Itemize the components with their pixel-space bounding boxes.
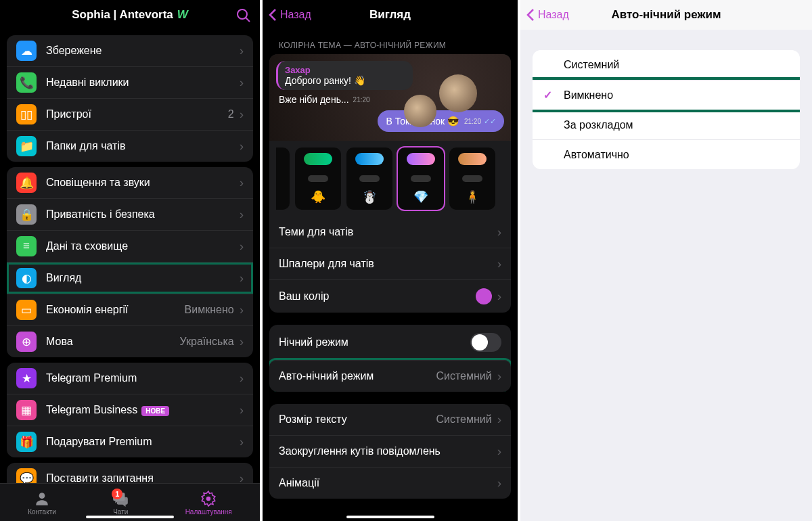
row-label: Подарувати Premium — [46, 436, 240, 448]
chevron-right-icon: › — [240, 239, 244, 254]
options-group: Системний✓ВимкненоЗа розкладомАвтоматичн… — [533, 50, 800, 169]
settings-row[interactable]: ◐Вигляд› — [7, 262, 253, 294]
row-label: Авто-нічний режим — [279, 370, 436, 382]
chevron-left-icon — [526, 8, 535, 22]
night-row[interactable]: Нічний режим — [269, 325, 511, 360]
account-name: Sophia | Antevorta — [72, 8, 173, 22]
text-row[interactable]: Заокруглення кутів повідомлень› — [269, 435, 511, 467]
text-row[interactable]: Анімації› — [269, 467, 511, 499]
chat-preview: Захар Доброго ранку! 👋 Вже ніби день... … — [269, 54, 511, 141]
chevron-right-icon: › — [240, 471, 244, 483]
row-icon: 🔔 — [16, 173, 37, 193]
theme-option[interactable] — [276, 148, 290, 210]
row-label: Нічний режим — [279, 336, 470, 348]
theme-selector: 🐥☃️💎🧍 — [269, 141, 511, 217]
row-label: Економія енергії — [46, 304, 185, 316]
settings-icon — [200, 490, 217, 507]
back-button[interactable]: Назад — [526, 8, 569, 22]
theme-emoji-icon: ☃️ — [362, 189, 377, 204]
settings-row[interactable]: 📁Папки для чатів› — [7, 130, 253, 162]
settings-row[interactable]: 💬Поставити запитання› — [7, 463, 253, 483]
search-button[interactable] — [235, 7, 250, 25]
header-title: Sophia | Antevorta W — [72, 8, 188, 22]
back-label: Назад — [280, 9, 311, 21]
text-row[interactable]: Розмір текстуСистемний› — [269, 404, 511, 435]
settings-row[interactable]: 📞Недавні виклики› — [7, 66, 253, 98]
settings-list[interactable]: ☁Збережене›📞Недавні виклики›▯▯Пристрої2›… — [0, 30, 260, 483]
row-label: Недавні виклики — [46, 76, 240, 89]
chevron-right-icon: › — [240, 434, 244, 449]
row-label: Поставити запитання — [46, 472, 240, 483]
settings-row[interactable]: 🔔Сповіщення та звуки› — [7, 167, 253, 198]
appearance-content[interactable]: КОЛІРНА ТЕМА — АВТО-НІЧНИЙ РЕЖИМ Захар Д… — [263, 30, 518, 521]
appearance-row[interactable]: Теми для чатів› — [269, 217, 511, 248]
tab-settings[interactable]: Налаштування — [185, 490, 232, 516]
appearance-row[interactable]: Шпалери для чатів› — [269, 248, 511, 279]
settings-group: ★Telegram Premium›▦Telegram BusinessНОВЕ… — [7, 363, 253, 457]
settings-row[interactable]: ≡Дані та сховище› — [7, 230, 253, 262]
home-indicator — [346, 516, 434, 518]
option-row[interactable]: Автоматично — [533, 139, 800, 169]
logo-icon: W — [177, 8, 188, 22]
theme-preview-card: Захар Доброго ранку! 👋 Вже ніби день... … — [269, 54, 511, 313]
new-badge: НОВЕ — [141, 406, 169, 416]
row-label: Заокруглення кутів повідомлень — [279, 445, 497, 457]
outgoing-bubble: В Токіо ранок 😎 21:20 ✓✓ — [378, 110, 504, 132]
row-label: Розмір тексту — [279, 413, 436, 426]
settings-row[interactable]: ★Telegram Premium› — [7, 363, 253, 394]
row-label: Telegram Premium — [46, 372, 240, 384]
svg-point-3 — [206, 496, 211, 501]
row-icon: ≡ — [16, 236, 37, 256]
chevron-right-icon: › — [240, 75, 244, 90]
option-label: За розкладом — [564, 119, 789, 131]
option-row[interactable]: Системний — [533, 50, 800, 80]
tab-label: Налаштування — [185, 508, 232, 516]
row-label: Збережене — [46, 45, 240, 57]
appearance-row[interactable]: Ваш колір› — [269, 279, 511, 313]
settings-row[interactable]: ⊕МоваУкраїнська› — [7, 325, 253, 357]
tab-chats[interactable]: 1 Чати — [112, 490, 129, 516]
wallpaper-decor — [404, 95, 436, 127]
settings-row[interactable]: 🔒Приватність і безпека› — [7, 198, 253, 230]
svg-line-1 — [246, 18, 250, 22]
option-row[interactable]: За розкладом — [533, 110, 800, 139]
chevron-right-icon: › — [497, 289, 501, 304]
toggle[interactable] — [470, 333, 501, 352]
row-icon: 🎁 — [16, 432, 37, 452]
row-icon: ▭ — [16, 300, 37, 320]
option-row[interactable]: ✓Вимкнено — [533, 80, 800, 110]
header: Sophia | Antevorta W — [0, 0, 260, 30]
theme-option[interactable]: 💎 — [398, 148, 444, 210]
theme-emoji-icon: 🐥 — [311, 189, 325, 204]
chevron-right-icon: › — [497, 369, 501, 384]
theme-option[interactable]: ☃️ — [346, 148, 392, 210]
header: Назад Вигляд — [263, 0, 518, 30]
chevron-right-icon: › — [240, 371, 244, 386]
settings-row[interactable]: ▯▯Пристрої2› — [7, 98, 253, 130]
back-button[interactable]: Назад — [268, 8, 311, 22]
theme-option[interactable]: 🧍 — [449, 148, 495, 210]
chevron-right-icon: › — [240, 175, 244, 190]
appearance-screen: Назад Вигляд КОЛІРНА ТЕМА — АВТО-НІЧНИЙ … — [260, 0, 520, 521]
chevron-right-icon: › — [240, 334, 244, 349]
night-row[interactable]: Авто-нічний режимСистемний› — [269, 360, 511, 392]
home-indicator — [86, 516, 174, 518]
row-icon: 🔒 — [16, 204, 37, 225]
theme-option[interactable]: 🐥 — [295, 148, 341, 210]
row-icon: 📁 — [16, 136, 37, 156]
night-mode-group: Нічний режимАвто-нічний режимСистемний› — [269, 325, 511, 392]
option-label: Вимкнено — [564, 89, 789, 101]
settings-group: ☁Збережене›📞Недавні виклики›▯▯Пристрої2›… — [7, 35, 253, 162]
chevron-right-icon: › — [240, 207, 244, 222]
settings-row[interactable]: 🎁Подарувати Premium› — [7, 426, 253, 457]
settings-row[interactable]: ▦Telegram BusinessНОВЕ› — [7, 394, 253, 426]
chevron-right-icon: › — [497, 256, 501, 271]
chevron-right-icon: › — [240, 107, 244, 122]
row-label: Папки для чатів — [46, 140, 240, 152]
row-icon: ▦ — [16, 400, 37, 420]
tab-contacts[interactable]: Контакти — [28, 490, 56, 516]
row-icon: ☁ — [16, 41, 37, 61]
settings-row[interactable]: ▭Економія енергіїВимкнено› — [7, 294, 253, 325]
settings-row[interactable]: ☁Збережене› — [7, 35, 253, 66]
header-title: Вигляд — [369, 8, 411, 22]
